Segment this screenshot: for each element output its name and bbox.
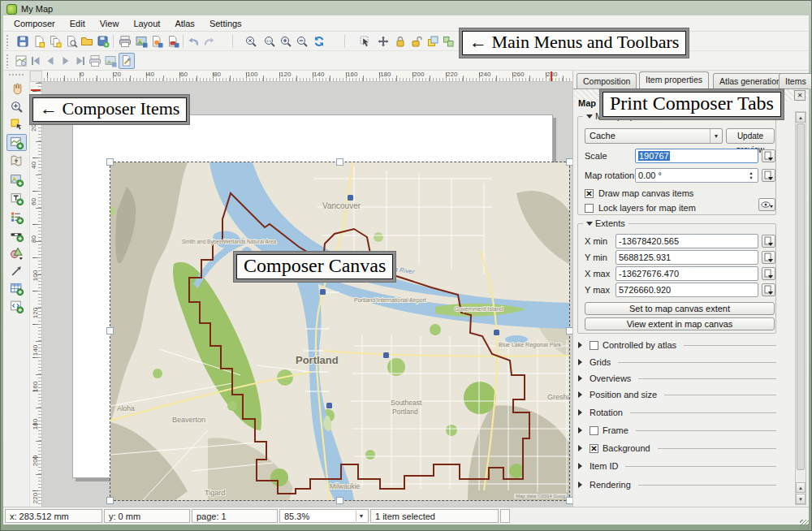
update-preview-button[interactable]: Update preview	[726, 128, 775, 144]
add-arrow-icon[interactable]	[6, 262, 27, 279]
export-as-image-icon[interactable]	[133, 33, 149, 50]
data-defined-override-icon[interactable]	[762, 251, 775, 264]
scale-input[interactable]: 190767	[635, 149, 758, 163]
section-grids[interactable]: Grids	[578, 357, 776, 367]
menu-atlas[interactable]: Atlas	[175, 19, 194, 28]
resize-handle-sw[interactable]	[106, 497, 114, 504]
section-item-id[interactable]: Item ID	[578, 461, 776, 471]
zoom-full-icon[interactable]	[243, 33, 259, 50]
scroll-down-icon[interactable]: ▼	[796, 494, 806, 504]
map-rotation-input[interactable]: 0.00 ° ▲▼	[635, 168, 758, 183]
section-checkbox[interactable]	[590, 341, 598, 350]
data-defined-override-icon[interactable]	[762, 283, 775, 296]
new-composition-icon[interactable]	[31, 33, 47, 50]
layer-visibility-eye-icon[interactable]	[758, 198, 775, 211]
section-frame[interactable]: Frame	[578, 425, 776, 435]
x-min-input[interactable]: -13678420.565	[615, 234, 758, 248]
next-feature-icon[interactable]	[58, 53, 74, 69]
refresh-view-icon[interactable]	[311, 33, 327, 50]
y-max-input[interactable]: 5726660.920	[615, 283, 758, 297]
menu-edit[interactable]: Edit	[70, 19, 85, 28]
export-as-pdf-icon[interactable]	[165, 33, 181, 50]
section-checkbox[interactable]	[590, 426, 598, 435]
section-controlled-by-atlas[interactable]: Controlled by atlas	[578, 340, 776, 350]
undo-icon[interactable]	[185, 33, 201, 50]
draw-map-canvas-items-checkbox[interactable]: ✕Draw map canvas items	[585, 188, 693, 198]
data-defined-override-icon[interactable]	[762, 235, 775, 248]
resize-handle-nw[interactable]	[106, 158, 114, 166]
add-basic-shape-icon[interactable]	[6, 244, 27, 261]
lock-selected-items-icon[interactable]	[392, 33, 408, 50]
move-item-content-tool-icon[interactable]	[6, 153, 27, 170]
print-icon[interactable]	[117, 33, 133, 50]
section-rendering[interactable]: Rendering	[578, 480, 776, 490]
composition-page[interactable]: VancouverPortlandSoutheastPortlandGresha…	[72, 114, 553, 478]
zoom-level-dropdown[interactable]: 85.3%▼	[279, 509, 369, 523]
zoom-actual-size-icon[interactable]: 1:1	[261, 33, 278, 50]
resize-handle-n[interactable]	[336, 158, 343, 166]
redo-icon[interactable]	[201, 33, 218, 50]
export-as-svg-icon[interactable]	[149, 33, 165, 50]
cache-dropdown[interactable]: Cache▼	[585, 128, 723, 144]
scroll-up-icon[interactable]: ▲	[796, 112, 806, 123]
save-as-template-icon[interactable]	[95, 33, 111, 50]
view-extent-in-map-canvas-button[interactable]: View extent in map canvas	[585, 317, 775, 330]
x-max-input[interactable]: -13627676.470	[615, 266, 758, 281]
first-feature-icon[interactable]	[28, 53, 44, 69]
menu-view[interactable]: View	[100, 19, 119, 28]
resize-handle-s[interactable]	[336, 497, 343, 504]
select-move-item-icon[interactable]	[357, 33, 374, 50]
data-defined-override-icon[interactable]	[762, 169, 775, 182]
print-atlas-icon[interactable]	[87, 53, 103, 69]
section-background[interactable]: ✕Background	[578, 443, 776, 453]
scroll-up-icon[interactable]: ▲	[796, 482, 806, 493]
duplicate-composition-icon[interactable]	[47, 33, 63, 50]
map-item[interactable]: VancouverPortlandSoutheastPortlandGresha…	[110, 162, 569, 500]
add-attribute-table-icon[interactable]	[6, 280, 27, 297]
data-defined-override-icon[interactable]	[762, 149, 775, 162]
extents-title[interactable]: Extents	[583, 218, 628, 228]
preview-atlas-icon[interactable]	[13, 53, 29, 69]
close-icon[interactable]: ✕	[794, 90, 806, 101]
move-item-content-icon[interactable]	[375, 33, 391, 50]
resize-handle-se[interactable]	[566, 497, 572, 504]
load-from-template-icon[interactable]	[79, 33, 95, 50]
section-rotation[interactable]: Rotation	[578, 408, 776, 417]
export-atlas-as-image-icon[interactable]	[102, 53, 119, 69]
title-bar[interactable]: My Map	[3, 2, 809, 15]
add-html-frame-icon[interactable]	[6, 298, 27, 315]
unlock-all-items-icon[interactable]	[408, 33, 425, 50]
resize-handle-w[interactable]	[106, 327, 114, 335]
set-to-map-canvas-extent-button[interactable]: Set to map canvas extent	[585, 302, 775, 315]
section-checkbox[interactable]: ✕	[590, 444, 598, 453]
add-image-icon[interactable]	[6, 171, 27, 188]
menu-composer[interactable]: Composer	[14, 19, 55, 28]
tab-atlas-generation[interactable]: Atlas generation	[713, 73, 788, 88]
y-min-input[interactable]: 5688125.931	[615, 250, 758, 265]
select-move-item-tool-icon[interactable]	[6, 116, 27, 133]
menu-layout[interactable]: Layout	[133, 19, 160, 28]
raise-selected-items-icon[interactable]	[425, 33, 441, 50]
atlas-settings-icon[interactable]	[119, 53, 135, 69]
tab-items[interactable]: Items	[779, 73, 812, 88]
section-position-and-size[interactable]: Position and size	[578, 390, 776, 399]
lock-layers-checkbox[interactable]: Lock layers for map item	[585, 203, 696, 213]
add-new-scalebar-icon[interactable]	[6, 227, 27, 244]
composer-canvas-area[interactable]: VancouverPortlandSoutheastPortlandGresha…	[42, 82, 572, 507]
tab-item-properties[interactable]: Item properties	[639, 71, 709, 89]
composition-manager-icon[interactable]	[63, 33, 80, 50]
add-new-label-icon[interactable]	[6, 190, 27, 207]
section-overviews[interactable]: Overviews	[578, 373, 776, 383]
panel-scrollbar[interactable]: ▲ ▲ ▼	[795, 111, 806, 505]
resize-handle-e[interactable]	[566, 327, 572, 335]
zoom-in-icon[interactable]	[278, 33, 294, 50]
toolbar-handle[interactable]	[6, 34, 10, 49]
toolbar-handle[interactable]	[8, 73, 24, 77]
resize-handle-ne[interactable]	[566, 158, 572, 166]
data-defined-override-icon[interactable]	[762, 267, 775, 280]
add-new-map-icon[interactable]	[6, 134, 27, 151]
last-feature-icon[interactable]	[72, 53, 89, 69]
save-project-icon[interactable]	[15, 33, 31, 50]
zoom-out-icon[interactable]	[294, 33, 310, 50]
previous-feature-icon[interactable]	[42, 53, 58, 69]
